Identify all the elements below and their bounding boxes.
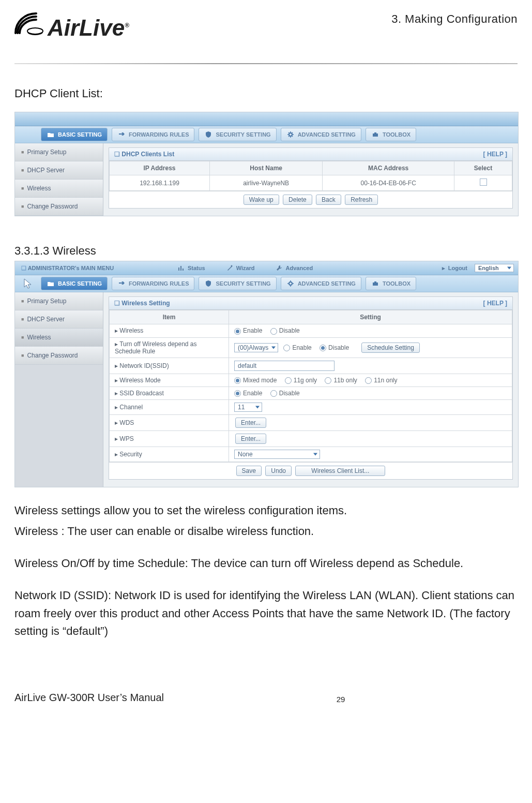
sidebar-item-change-password-2[interactable]: ■Change Password bbox=[15, 347, 103, 365]
broadcast-enable-radio[interactable] bbox=[234, 390, 241, 397]
brand-logo: AirLive® bbox=[14, 10, 129, 39]
tab-security-setting[interactable]: SECURITY SETTING bbox=[199, 128, 276, 141]
wireless-client-list-button[interactable]: Wireless Client List... bbox=[295, 466, 385, 476]
sidebar-item-change-password[interactable]: ■Change Password bbox=[15, 198, 103, 216]
mode-11n-radio[interactable] bbox=[365, 377, 372, 384]
gear-icon bbox=[286, 130, 295, 139]
para3: Wireless On/Off by time Schedule: The de… bbox=[14, 555, 518, 572]
wireless-setting-panel: ❏ Wireless Setting [ HELP ] Item Setting… bbox=[109, 296, 513, 480]
broadcast-disable-radio[interactable] bbox=[270, 390, 277, 397]
tab-toolbox-2[interactable]: TOOLBOX bbox=[366, 277, 416, 290]
wand-icon bbox=[226, 264, 233, 272]
delete-button[interactable]: Delete bbox=[283, 195, 312, 205]
svg-rect-12 bbox=[374, 281, 376, 282]
row-mode: ▸ Wireless Mode bbox=[110, 374, 229, 386]
channel-select[interactable]: 11 bbox=[234, 403, 262, 412]
row-ssid: ▸ Network ID(SSID) bbox=[110, 358, 229, 374]
dhcp-clients-panel: ❏ DHCP Clients List [ HELP ] IP Address … bbox=[109, 147, 513, 209]
wrench-icon bbox=[276, 264, 283, 272]
col-mac: MAC Address bbox=[323, 161, 454, 175]
schedule-rule-select[interactable]: (00)Always bbox=[234, 343, 278, 352]
sidebar-item-wireless-2[interactable]: ■Wireless bbox=[15, 329, 103, 347]
page-number: 29 bbox=[337, 695, 345, 704]
toolbox-icon bbox=[371, 279, 379, 288]
dhcp-button-row: Wake up Delete Back Refresh bbox=[109, 191, 512, 208]
refresh-button[interactable]: Refresh bbox=[345, 195, 378, 205]
back-button[interactable]: Back bbox=[316, 195, 341, 205]
cursor-icon bbox=[22, 277, 35, 290]
svg-rect-6 bbox=[178, 267, 179, 271]
logout-link[interactable]: ▸ Logout bbox=[442, 265, 467, 272]
row-broadcast: ▸ SSID Broadcast bbox=[110, 386, 229, 399]
wireless-disable-radio[interactable] bbox=[270, 328, 277, 335]
tab-advanced-setting-2[interactable]: ADVANCED SETTING bbox=[281, 277, 361, 290]
schedule-disable-radio[interactable] bbox=[320, 345, 326, 351]
row-security: ▸ Security bbox=[110, 447, 229, 462]
tab-basic-setting-2[interactable]: BASIC SETTING bbox=[41, 277, 108, 290]
help-link-2[interactable]: [ HELP ] bbox=[483, 300, 507, 307]
wizard-link[interactable]: Wizard bbox=[226, 264, 255, 272]
gear-icon bbox=[286, 279, 295, 288]
security-select[interactable]: None bbox=[234, 450, 320, 459]
tab-forwarding-rules-2[interactable]: FORWARDING RULES bbox=[112, 277, 195, 290]
folder-icon bbox=[47, 130, 55, 139]
table-row: 192.168.1.199 airlive-WayneNB 00-16-D4-E… bbox=[110, 175, 512, 191]
row-schedule: ▸ Turn off Wireless depend as Schedule R… bbox=[110, 337, 229, 358]
ssid-input[interactable]: default bbox=[234, 361, 335, 371]
tab-basic-setting[interactable]: BASIC SETTING bbox=[41, 128, 108, 141]
arrows-icon bbox=[117, 130, 126, 139]
wireless-section-heading: 3.3.1.3 Wireless bbox=[14, 242, 518, 260]
para2: Wireless : The user can enable or disalb… bbox=[14, 523, 518, 540]
select-checkbox[interactable] bbox=[480, 179, 487, 186]
main-tabs: BASIC SETTING FORWARDING RULES SECURITY … bbox=[15, 126, 518, 143]
mode-11b-radio[interactable] bbox=[325, 377, 331, 384]
sidebar-item-primary-setup-2[interactable]: ■Primary Setup bbox=[15, 292, 103, 310]
svg-rect-4 bbox=[373, 133, 378, 137]
sidebar-item-dhcp-server-2[interactable]: ■DHCP Server bbox=[15, 310, 103, 329]
advanced-link[interactable]: Advanced bbox=[276, 264, 313, 272]
schedule-setting-button[interactable]: Schedule Setting bbox=[361, 343, 420, 353]
top-gradient-bar bbox=[15, 112, 518, 126]
undo-button[interactable]: Undo bbox=[265, 466, 292, 476]
col-ip: IP Address bbox=[110, 161, 210, 175]
svg-point-10 bbox=[289, 282, 292, 285]
sidebar-item-dhcp-server[interactable]: ■DHCP Server bbox=[15, 161, 103, 180]
status-link[interactable]: Status bbox=[177, 264, 205, 272]
wireless-enable-radio[interactable] bbox=[234, 328, 241, 335]
mode-11g-radio[interactable] bbox=[285, 377, 292, 384]
help-link[interactable]: [ HELP ] bbox=[483, 151, 507, 158]
sidebar-2: ■Primary Setup ■DHCP Server ■Wireless ■C… bbox=[15, 292, 103, 487]
tab-forwarding-rules[interactable]: FORWARDING RULES bbox=[112, 128, 195, 141]
tab-advanced-setting[interactable]: ADVANCED SETTING bbox=[281, 128, 361, 141]
wake-up-button[interactable]: Wake up bbox=[244, 195, 279, 205]
status-icon bbox=[177, 264, 185, 272]
save-button[interactable]: Save bbox=[236, 466, 262, 476]
arrows-icon bbox=[117, 279, 126, 288]
page-header: AirLive® 3. Making Configuration bbox=[14, 10, 518, 39]
wps-enter-button[interactable]: Enter... bbox=[235, 434, 266, 444]
toolbox-icon bbox=[371, 130, 379, 139]
svg-rect-7 bbox=[180, 266, 181, 271]
chapter-title: 3. Making Configuration bbox=[391, 12, 518, 26]
svg-rect-11 bbox=[373, 282, 378, 286]
tab-security-setting-2[interactable]: SECURITY SETTING bbox=[199, 277, 276, 290]
admin-title: ADMINISTRATOR's MAIN MENU bbox=[28, 265, 114, 271]
body-paragraphs: Wireless settings allow you to set the w… bbox=[14, 502, 518, 640]
schedule-enable-radio[interactable] bbox=[283, 345, 290, 351]
para4: Network ID (SSID): Network ID is used fo… bbox=[14, 587, 518, 640]
tab-toolbox[interactable]: TOOLBOX bbox=[366, 128, 416, 141]
sidebar-item-wireless[interactable]: ■Wireless bbox=[15, 180, 103, 198]
wds-enter-button[interactable]: Enter... bbox=[235, 418, 266, 428]
wireless-settings-table: Item Setting ▸ Wireless Enable Disable ▸… bbox=[109, 310, 512, 462]
language-select[interactable]: English bbox=[475, 264, 514, 272]
logo-text: AirLive® bbox=[48, 17, 129, 39]
dhcp-screenshot: BASIC SETTING FORWARDING RULES SECURITY … bbox=[14, 112, 519, 216]
col-setting: Setting bbox=[229, 310, 512, 324]
mode-mixed-radio[interactable] bbox=[234, 377, 241, 384]
wifi-icon bbox=[14, 10, 44, 39]
main-tabs-2: BASIC SETTING FORWARDING RULES SECURITY … bbox=[15, 275, 518, 292]
para1: Wireless settings allow you to set the w… bbox=[14, 502, 518, 519]
sidebar-item-primary-setup[interactable]: ■Primary Setup bbox=[15, 143, 103, 161]
panel-title: ❏ DHCP Clients List bbox=[114, 151, 174, 158]
row-wps: ▸ WPS bbox=[110, 431, 229, 447]
